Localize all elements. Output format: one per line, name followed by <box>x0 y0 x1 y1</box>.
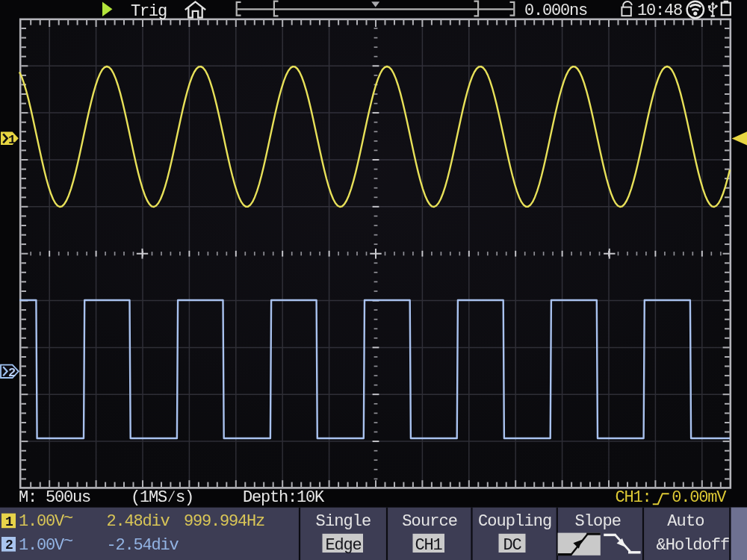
svg-text:&Holdoff: &Holdoff <box>657 536 730 555</box>
svg-text:Slope: Slope <box>575 512 622 531</box>
svg-text:M: 500us: M: 500us <box>19 488 90 507</box>
svg-text:CH1:: CH1: <box>616 488 651 507</box>
svg-text:Trig: Trig <box>131 2 167 21</box>
svg-text:Source: Source <box>402 512 457 531</box>
svg-text:2: 2 <box>8 366 16 380</box>
svg-text:999.994Hz: 999.994Hz <box>184 512 264 531</box>
svg-text:2.48div: 2.48div <box>107 512 170 531</box>
svg-text:-2.54div: -2.54div <box>107 536 179 555</box>
svg-text:Coupling: Coupling <box>478 512 551 531</box>
svg-text:Depth:10K: Depth:10K <box>243 488 325 507</box>
svg-text:DC: DC <box>503 536 522 555</box>
svg-text:Auto: Auto <box>667 512 704 531</box>
svg-text:0.000ns: 0.000ns <box>524 1 587 20</box>
svg-text:10:48: 10:48 <box>637 1 682 20</box>
svg-text:(1MS∕s): (1MS∕s) <box>131 488 193 507</box>
svg-text:2: 2 <box>5 538 13 553</box>
svg-text:0.00mV: 0.00mV <box>672 488 727 507</box>
svg-text:1: 1 <box>5 514 13 529</box>
svg-text:Single: Single <box>316 512 371 531</box>
svg-text:Edge: Edge <box>326 536 362 555</box>
svg-text:CH1: CH1 <box>415 536 443 555</box>
svg-text:1: 1 <box>8 133 16 147</box>
